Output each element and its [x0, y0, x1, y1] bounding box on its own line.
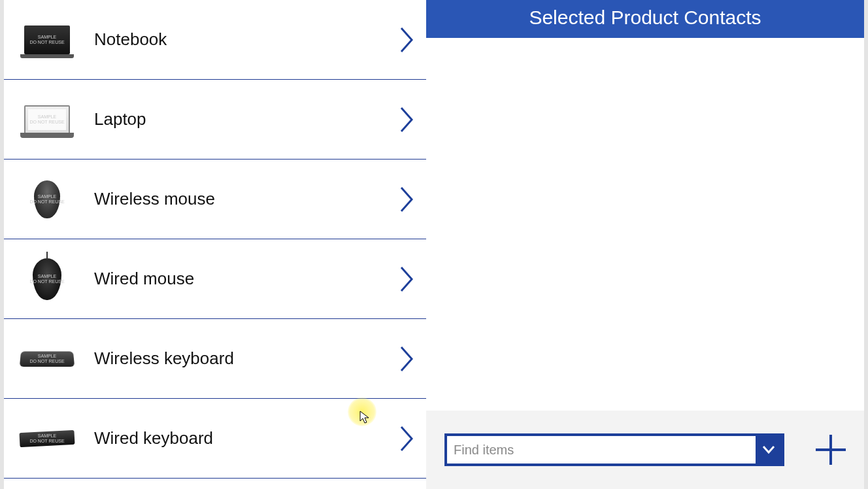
product-row-laptop[interactable]: SAMPLEDO NOT REUSE Laptop	[4, 80, 426, 160]
product-label: Notebook	[94, 29, 400, 50]
chevron-right-icon	[400, 186, 414, 212]
chevron-down-icon	[762, 445, 775, 454]
product-label: Wireless mouse	[94, 189, 400, 209]
product-thumb-wireless-mouse: SAMPLEDO NOT REUSE	[18, 177, 76, 222]
contacts-header: Selected Product Contacts	[426, 0, 864, 38]
add-button[interactable]	[813, 432, 848, 467]
chevron-right-icon	[400, 266, 414, 292]
plus-icon	[813, 432, 848, 467]
wireless-mouse-icon	[34, 180, 60, 218]
notebook-icon	[24, 25, 70, 54]
product-row-notebook[interactable]: SAMPLEDO NOT REUSE Notebook	[4, 0, 426, 80]
product-thumb-wired-mouse: SAMPLEDO NOT REUSE	[18, 256, 76, 302]
combo-dropdown-button[interactable]	[756, 436, 782, 464]
wired-mouse-icon	[33, 258, 61, 300]
chevron-right-icon	[400, 426, 414, 452]
chevron-right-icon	[400, 346, 414, 372]
product-thumb-wireless-keyboard: SAMPLEDO NOT REUSE	[18, 336, 76, 382]
product-row-wired-keyboard[interactable]: SAMPLEDO NOT REUSE Wired keyboard	[4, 399, 426, 479]
product-list-panel[interactable]: SAMPLEDO NOT REUSE Notebook SAMPLEDO NOT…	[0, 0, 426, 489]
product-thumb-wired-keyboard: SAMPLEDO NOT REUSE	[18, 416, 76, 462]
chevron-right-icon	[400, 27, 414, 53]
contacts-panel: Selected Product Contacts	[426, 0, 868, 489]
product-label: Wired keyboard	[94, 428, 400, 448]
product-label: Wired mouse	[94, 269, 400, 289]
product-thumb-laptop: SAMPLEDO NOT REUSE	[18, 97, 76, 143]
product-label: Wireless keyboard	[94, 348, 400, 369]
contacts-footer	[426, 411, 864, 489]
find-items-combo[interactable]	[444, 433, 784, 466]
find-items-input[interactable]	[447, 436, 756, 464]
chevron-right-icon	[400, 107, 414, 133]
product-row-wireless-mouse[interactable]: SAMPLEDO NOT REUSE Wireless mouse	[4, 160, 426, 239]
product-row-wired-mouse[interactable]: SAMPLEDO NOT REUSE Wired mouse	[4, 239, 426, 319]
wired-keyboard-icon	[19, 430, 75, 447]
product-row-wireless-keyboard[interactable]: SAMPLEDO NOT REUSE Wireless keyboard	[4, 319, 426, 399]
product-label: Laptop	[94, 109, 400, 129]
product-thumb-notebook: SAMPLEDO NOT REUSE	[18, 17, 76, 63]
wireless-keyboard-icon	[20, 351, 75, 367]
contacts-body	[426, 38, 864, 411]
laptop-icon	[24, 105, 70, 134]
